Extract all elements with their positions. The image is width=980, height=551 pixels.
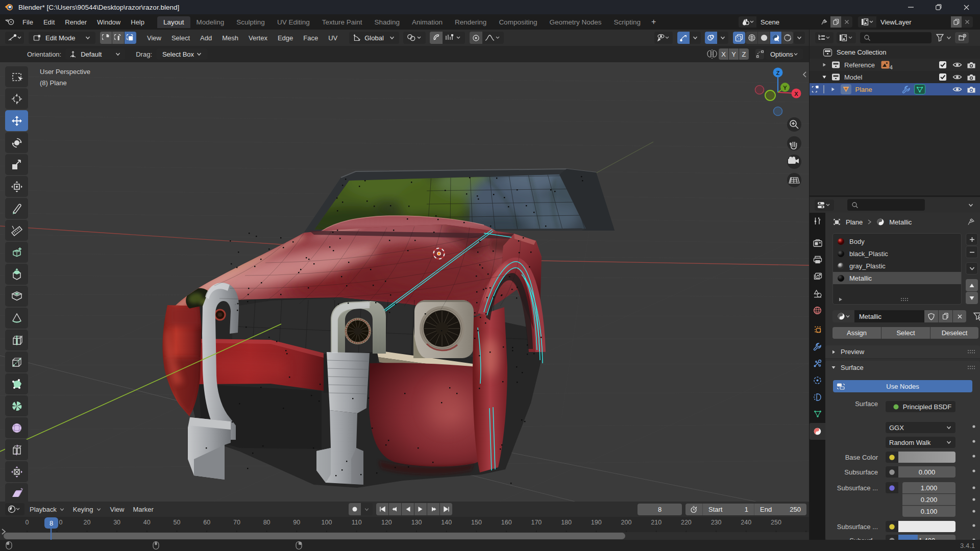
svg-text:180: 180 [561, 519, 572, 526]
svg-text:200: 200 [621, 519, 632, 526]
svg-text:110: 110 [352, 519, 362, 526]
svg-text:0: 0 [26, 519, 29, 526]
svg-text:140: 140 [441, 519, 452, 526]
svg-text:150: 150 [471, 519, 482, 526]
svg-text:170: 170 [531, 519, 542, 526]
svg-text:50: 50 [174, 519, 181, 526]
svg-text:240: 240 [741, 519, 751, 526]
svg-text:100: 100 [322, 519, 332, 526]
svg-text:60: 60 [203, 519, 210, 526]
svg-text:30: 30 [113, 519, 120, 526]
svg-text:130: 130 [411, 519, 422, 526]
svg-text:210: 210 [651, 519, 662, 526]
svg-text:70: 70 [233, 519, 240, 526]
svg-text:90: 90 [293, 519, 300, 526]
svg-text:20: 20 [83, 519, 90, 526]
svg-text:0: 0 [59, 519, 63, 526]
svg-text:8: 8 [50, 519, 53, 527]
svg-text:40: 40 [143, 519, 151, 526]
svg-text:80: 80 [263, 519, 271, 526]
svg-text:Y: Y [783, 85, 787, 91]
svg-text:120: 120 [381, 519, 392, 526]
svg-text:160: 160 [501, 519, 512, 526]
svg-text:190: 190 [591, 519, 602, 526]
svg-text:230: 230 [711, 519, 722, 526]
svg-text:X: X [794, 91, 798, 97]
svg-text:220: 220 [681, 519, 692, 526]
svg-text:Z: Z [776, 70, 780, 76]
svg-text:250: 250 [771, 519, 781, 526]
